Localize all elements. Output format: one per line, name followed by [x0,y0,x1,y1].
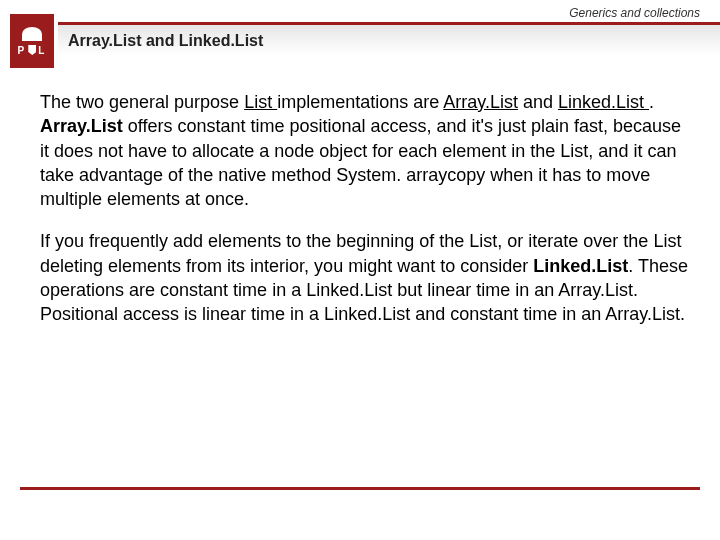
slide-body: The two general purpose List implementat… [40,90,692,345]
slide-title: Array.List and Linked.List [68,32,263,50]
bold-arraylist: Array.List [40,116,123,136]
slide-header: P L Generics and collections Array.List … [0,0,720,74]
logo-p: P [18,45,27,56]
footer-red-line [20,487,700,490]
logo-l: L [38,45,46,56]
text: . [649,92,654,112]
text: implementations are [277,92,443,112]
link-arraylist[interactable]: Array.List [443,92,518,112]
bold-linkedlist: Linked.List [533,256,628,276]
category-label: Generics and collections [569,6,700,20]
paragraph-1: The two general purpose List implementat… [40,90,692,211]
paragraph-2: If you frequently add elements to the be… [40,229,692,326]
logo-shield-icon [28,45,36,55]
institution-logo: P L [10,14,54,68]
link-linkedlist[interactable]: Linked.List [558,92,649,112]
link-list[interactable]: List [244,92,277,112]
logo-letters: P L [18,45,47,56]
text: offers constant time positional access, … [40,116,681,209]
text: and [518,92,558,112]
logo-eagle-icon [22,27,42,41]
text: The two general purpose [40,92,244,112]
